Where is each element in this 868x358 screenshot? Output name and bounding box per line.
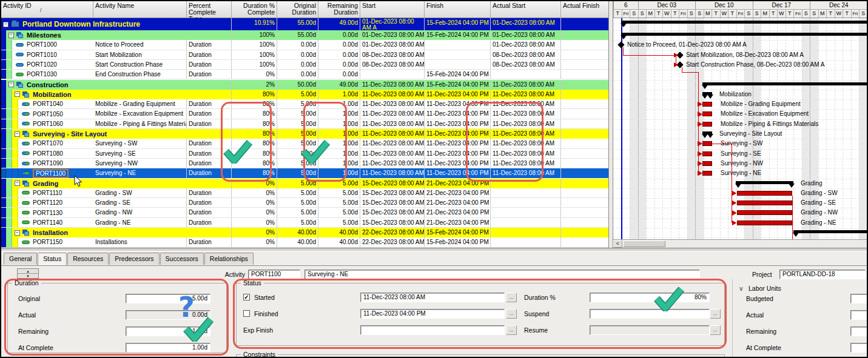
task-bar[interactable]	[702, 122, 712, 127]
table-row-construction[interactable]: −Construction2%50.00d49.00d11-Dec-2023 0…	[1, 80, 609, 90]
timeline-day[interactable]: S	[802, 10, 810, 18]
summary-bar[interactable]	[621, 33, 868, 36]
labor-at-complete-field[interactable]	[850, 343, 868, 353]
tab-resources[interactable]: Resources	[67, 253, 109, 265]
scrollbar-thumb[interactable]	[623, 240, 665, 247]
chevron-down-icon[interactable]: ∨	[739, 285, 744, 292]
timeline-week[interactable]: Dec 10	[695, 1, 753, 10]
labor-remaining-field[interactable]	[850, 327, 868, 336]
timeline-day[interactable]: S	[859, 10, 867, 18]
scroll-left-icon[interactable]: <	[613, 240, 622, 248]
tab-general[interactable]: General	[4, 253, 37, 265]
collapse-icon[interactable]: −	[3, 22, 8, 27]
collapse-icon[interactable]: −	[8, 33, 14, 38]
task-bar[interactable]	[702, 151, 712, 156]
column-header[interactable]: Activity Name	[93, 1, 187, 18]
timeline-day[interactable]: Fri	[736, 10, 745, 18]
step-up-icon[interactable]: ▲	[18, 269, 38, 274]
timeline-day[interactable]: W	[662, 10, 671, 18]
timeline-day[interactable]: M	[646, 10, 654, 18]
timeline-day[interactable]: T	[826, 10, 835, 18]
task-bar[interactable]	[702, 111, 712, 116]
column-header[interactable]: Activity ID	[1, 1, 93, 18]
timeline-day[interactable]: T	[654, 10, 663, 18]
timeline-week[interactable]: Dec 03	[638, 1, 696, 10]
timeline-day[interactable]: W	[777, 10, 786, 18]
timeline-week[interactable]: Dec 24	[810, 1, 867, 10]
timeline-day[interactable]: Fri	[851, 10, 860, 18]
timeline-day[interactable]: S	[687, 10, 696, 18]
task-bar[interactable]	[702, 171, 712, 176]
task-bar[interactable]	[737, 191, 792, 196]
column-header[interactable]: Duration % Complete	[232, 1, 277, 18]
column-header[interactable]: Actual Start	[491, 1, 561, 18]
timeline-day[interactable]: S	[695, 10, 704, 18]
column-header[interactable]: Percent Complete Type	[187, 1, 232, 18]
gantt-horizontal-scrollbar[interactable]: <	[613, 239, 868, 248]
task-bar[interactable]	[737, 201, 792, 205]
timeline-day[interactable]: S	[810, 10, 818, 18]
timeline-day[interactable]: Fri	[622, 10, 630, 18]
timeline-day[interactable]: T	[786, 10, 794, 18]
table-row-milestones[interactable]: −Milestones100%55.00d0.00d01-Dec-2023 08…	[1, 30, 609, 40]
collapse-icon[interactable]: −	[15, 131, 20, 137]
project-field[interactable]: PORTLAND-DD-18	[779, 270, 866, 279]
task-bar[interactable]	[702, 141, 712, 146]
labor-actual-field[interactable]	[850, 310, 868, 320]
table-row-mobilization[interactable]: −Mobilization80%5.00d1.00d11-Dec-2023 08…	[1, 90, 609, 99]
column-header[interactable]: Actual Finish	[561, 1, 609, 18]
task-bar[interactable]	[737, 220, 792, 225]
timeline-day[interactable]: T	[613, 10, 622, 18]
timeline-day[interactable]: W	[720, 10, 728, 18]
table-row-PORT1010[interactable]: PORT1010Start MobilizationDuration100%0.…	[1, 50, 609, 60]
timeline-day[interactable]: T	[712, 10, 720, 18]
task-bar[interactable]	[702, 102, 712, 107]
summary-bar[interactable]	[621, 21, 868, 24]
timeline-day[interactable]: S	[753, 10, 761, 18]
activity-id-field[interactable]: PORT1100	[248, 270, 300, 279]
timeline-day[interactable]: Fri	[679, 10, 687, 18]
table-row-PORT1140[interactable]: PORT1140Grading - NEDuration0%5.00d5.00d…	[1, 218, 609, 228]
collapse-icon[interactable]: −	[15, 181, 20, 186]
timeline-day[interactable]: T	[728, 10, 736, 18]
table-row-PORT1120[interactable]: PORT1120Grading - SEDuration0%5.00d5.00d…	[1, 198, 609, 208]
column-header[interactable]: Remaining Duration	[318, 1, 360, 18]
column-header[interactable]: Start	[360, 1, 425, 18]
table-row-installation[interactable]: −Installation0%40.00d40.00d22-Dec-2023 0…	[1, 228, 609, 237]
timeline-day[interactable]: M	[818, 10, 827, 18]
table-row-PORT1000[interactable]: PORT1000Notice to ProceedDuration100%0.0…	[1, 40, 609, 50]
activity-stepper[interactable]: ▲▼	[17, 268, 39, 279]
summary-bar[interactable]	[736, 181, 793, 184]
task-bar[interactable]	[737, 210, 792, 215]
timeline-week[interactable]: Dec 17	[753, 1, 810, 10]
collapse-icon[interactable]: −	[8, 82, 14, 87]
labor-budgeted-field[interactable]	[850, 294, 868, 303]
timeline-day[interactable]: M	[704, 10, 712, 18]
timeline-day[interactable]: W	[835, 10, 843, 18]
summary-bar[interactable]	[702, 82, 868, 85]
timeline-day[interactable]: Fri	[793, 10, 802, 18]
timeline-day[interactable]: S	[630, 10, 638, 18]
table-row-PORT1150[interactable]: PORT1150InstallationsDuration0%40.00d40.…	[1, 237, 609, 247]
table-row-PORT1030[interactable]: PORT1030End Construction PhaseDuration0%…	[1, 70, 609, 79]
tab-relationships[interactable]: Relationships	[204, 253, 254, 265]
summary-bar[interactable]	[793, 230, 868, 233]
timeline-day[interactable]: S	[638, 10, 647, 18]
timeline-week[interactable]: 6	[613, 1, 638, 10]
task-bar[interactable]	[702, 161, 712, 166]
column-header[interactable]: Finish	[425, 1, 491, 18]
timeline-day[interactable]: T	[843, 10, 851, 18]
timeline-day[interactable]: T	[671, 10, 679, 18]
step-down-icon[interactable]: ▼	[18, 274, 38, 279]
tab-predecessors[interactable]: Predecessors	[109, 253, 159, 265]
tab-successors[interactable]: Successors	[160, 253, 204, 265]
collapse-icon[interactable]: −	[15, 230, 20, 236]
activity-name-field[interactable]: Surveying - NE	[304, 270, 700, 279]
timeline-day[interactable]: T	[769, 10, 778, 18]
table-row-PORT1130[interactable]: PORT1130Grading - NWDuration0%5.00d5.00d…	[1, 208, 609, 217]
table-row-PORT1020[interactable]: PORT1020Start Construction PhaseDuration…	[1, 60, 609, 70]
column-header[interactable]: Original Duration	[277, 1, 318, 18]
table-row-PORT1110[interactable]: PORT1110Grading - SWDuration0%5.00d5.00d…	[1, 188, 609, 198]
timeline-day[interactable]: S	[744, 10, 753, 18]
table-row-portland-downtown-infrastructure[interactable]: −Portland Downtown Infrastructure10.91%5…	[1, 18, 609, 30]
